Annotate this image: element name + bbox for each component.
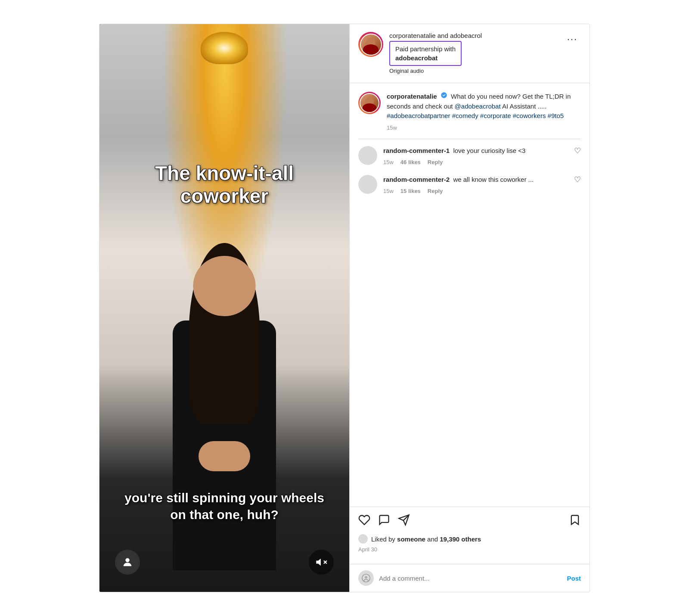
- caption-time: 15w: [387, 124, 581, 132]
- comment-1-time: 15w: [383, 158, 394, 167]
- add-comment-row: Post: [350, 564, 590, 592]
- share-button[interactable]: [398, 514, 410, 529]
- divider-1: [358, 139, 581, 139]
- bookmark-button[interactable]: [569, 514, 581, 529]
- paid-partnership-text: Paid partnership with adobeacrobat: [395, 44, 456, 62]
- comments-area: corporatenatalie What do you need now? G…: [350, 83, 590, 507]
- commenter-1-avatar: [358, 146, 377, 165]
- avatar-wrap: [358, 32, 383, 57]
- comment-input-avatar: [358, 570, 374, 586]
- comment-2-time: 15w: [383, 187, 394, 196]
- comment-row: random-commenter-1 love your curiosity l…: [358, 146, 581, 166]
- likes-row: Liked by someone and 19,390 others: [358, 534, 581, 544]
- commenter-2-username[interactable]: random-commenter-2: [383, 176, 450, 183]
- post-container: The know-it-all coworker you're still sp…: [99, 24, 590, 592]
- caption-row: corporatenatalie What do you need now? G…: [358, 92, 581, 132]
- post-date: April 30: [358, 546, 581, 553]
- caption-avatar: [358, 92, 381, 114]
- comment-1-text: love your curiosity lise <3: [453, 147, 525, 154]
- caption-hashtags[interactable]: #adobeacrobatpartner #comedy #corporate …: [387, 112, 564, 119]
- comment-row-2: random-commenter-2 we all know this cowo…: [358, 175, 581, 195]
- avatar: [360, 34, 382, 56]
- svg-point-0: [125, 558, 129, 562]
- ceiling-light: [201, 32, 248, 64]
- person-hair: [189, 243, 260, 424]
- comment-1-content: random-commenter-1 love your curiosity l…: [383, 146, 568, 166]
- header-text: corporatenatalie and adobeacrol Paid par…: [389, 32, 558, 74]
- caption-content: corporatenatalie What do you need now? G…: [387, 92, 581, 132]
- post-header-top: corporatenatalie and adobeacrol Paid par…: [358, 32, 581, 74]
- comment-2-likes: 15 likes: [400, 187, 421, 196]
- comment-2-content: random-commenter-2 we all know this cowo…: [383, 175, 568, 195]
- comment-1-heart-icon[interactable]: ♡: [574, 146, 581, 156]
- action-bar: Liked by someone and 19,390 others April…: [350, 507, 590, 564]
- person-hands: [199, 441, 250, 471]
- caption-username[interactable]: corporatenatalie: [387, 93, 437, 100]
- comment-2-reply[interactable]: Reply: [428, 187, 443, 196]
- video-subtitle-text: you're still spinning your wheels on tha…: [99, 489, 349, 523]
- audio-label: Original audio: [389, 68, 558, 74]
- comment-2-text: we all know this coworker ...: [453, 176, 534, 183]
- comment-2-meta: 15w 15 likes Reply: [383, 187, 568, 196]
- caption-text2: AI Assistant .....: [502, 103, 546, 110]
- comment-1-likes: 46 likes: [400, 158, 421, 167]
- comment-button[interactable]: [378, 514, 390, 529]
- comment-2-heart-icon[interactable]: ♡: [574, 175, 581, 184]
- commenter-1-username[interactable]: random-commenter-1: [383, 147, 450, 154]
- caption-avatar-inner: [360, 93, 379, 113]
- post-header: corporatenatalie and adobeacrol Paid par…: [350, 24, 590, 83]
- avatar-ring: [358, 32, 383, 57]
- header-usernames: corporatenatalie and adobeacrol: [389, 32, 558, 39]
- video-user-button[interactable]: [115, 550, 140, 575]
- video-mute-button[interactable]: [309, 550, 334, 575]
- paid-partnership-box: Paid partnership with adobeacrobat: [389, 41, 462, 66]
- video-title-text: The know-it-all coworker: [99, 162, 349, 208]
- video-panel: The know-it-all coworker you're still sp…: [99, 24, 349, 592]
- likes-text: Liked by someone and 19,390 others: [371, 535, 481, 543]
- liked-by-avatar: [358, 534, 368, 544]
- comment-1-meta: 15w 46 likes Reply: [383, 158, 568, 167]
- post-panel: corporatenatalie and adobeacrol Paid par…: [349, 24, 590, 592]
- action-icons-row: [358, 514, 581, 529]
- commenter-2-avatar: [358, 175, 377, 194]
- post-comment-button[interactable]: Post: [567, 575, 581, 582]
- verified-badge-icon: [441, 92, 447, 99]
- more-options-button[interactable]: ···: [564, 32, 581, 47]
- comment-input[interactable]: [379, 575, 562, 582]
- svg-marker-1: [316, 559, 321, 566]
- comment-1-reply[interactable]: Reply: [428, 158, 443, 167]
- person-figure: [143, 204, 306, 592]
- caption-mention[interactable]: @adobeacrobat: [455, 103, 501, 110]
- like-button[interactable]: [358, 514, 370, 529]
